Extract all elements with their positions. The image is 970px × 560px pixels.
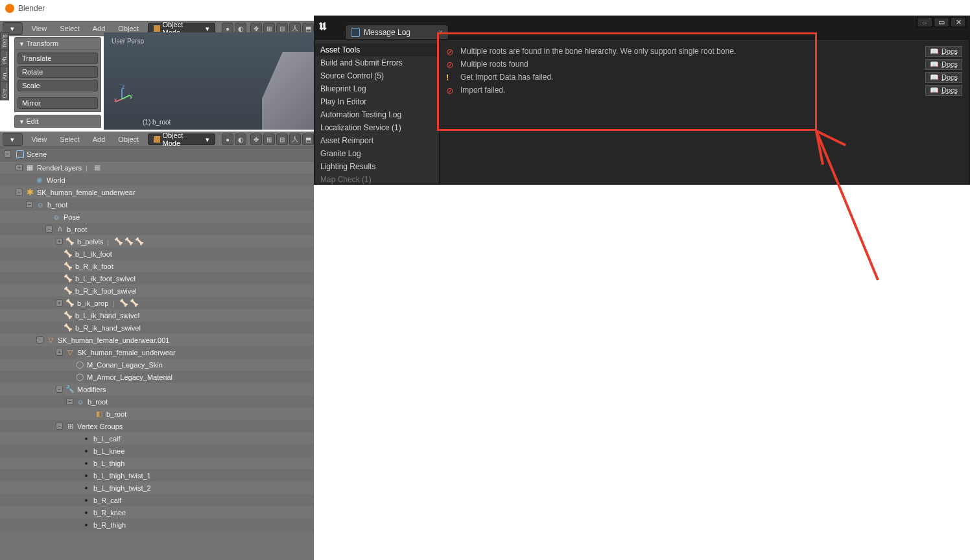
item-sk[interactable]: SK_human_female_underwear — [37, 189, 136, 196]
tab-anim[interactable]: An... — [0, 66, 9, 82]
item-broot[interactable]: b_root — [47, 201, 67, 209]
menu-view[interactable]: View — [25, 25, 54, 32]
tog-renderlayers[interactable]: + — [16, 164, 23, 171]
cat-granite[interactable]: Granite Log — [315, 147, 439, 160]
cat-reimport[interactable]: Asset Reimport — [315, 134, 439, 147]
item-r-ik-foot-sw[interactable]: b_R_ik_foot_swivel — [75, 287, 137, 295]
tog-ikprop[interactable]: + — [56, 299, 63, 307]
translate-button[interactable]: Translate — [18, 52, 98, 64]
ov-2c[interactable]: ⊟ — [276, 134, 288, 145]
log-row-2[interactable]: ! Get Import Data has failed. 📖Docs — [446, 71, 962, 84]
bone-ext3-icon[interactable]: 🦴 — [135, 237, 144, 246]
tog-broot[interactable]: − — [26, 201, 33, 208]
item-skmesh[interactable]: SK_human_female_underwear — [77, 349, 176, 356]
item-renderlayers[interactable]: RenderLayers — [37, 164, 82, 172]
rotate-button[interactable]: Rotate — [18, 66, 98, 78]
docs-button-0[interactable]: 📖Docs — [925, 46, 962, 57]
tog-mods[interactable]: − — [56, 386, 63, 393]
menu-select[interactable]: Select — [53, 25, 86, 32]
item-mod-broot2[interactable]: b_root — [106, 410, 126, 418]
item-r-ik-foot[interactable]: b_R_ik_foot — [75, 262, 113, 270]
item-l-ik-hand-sw[interactable]: b_L_ik_hand_swivel — [75, 312, 139, 320]
tab-close-icon[interactable]: × — [438, 28, 443, 37]
vg-6[interactable]: b_R_knee — [93, 509, 126, 517]
cat-source-control[interactable]: Source Control (5) — [315, 69, 439, 82]
cat-asset-tools[interactable]: Asset Tools — [315, 43, 439, 56]
cat-lighting[interactable]: Lighting Results — [315, 160, 439, 173]
cat-pie[interactable]: Play In Editor — [315, 95, 439, 108]
vg-1[interactable]: b_L_knee — [93, 447, 124, 455]
mirror-button[interactable]: Mirror — [18, 97, 98, 109]
tab-tools[interactable]: Tools — [0, 32, 9, 50]
tog-broot2[interactable]: − — [45, 226, 53, 233]
menu-add-2[interactable]: Add — [86, 135, 112, 143]
editor-type-button-2[interactable]: ▾ — [3, 133, 23, 146]
item-vg[interactable]: Vertex Groups — [77, 423, 123, 430]
vg-4[interactable]: b_L_thigh_twist_2 — [93, 484, 151, 492]
menu-view-2[interactable]: View — [25, 135, 54, 143]
docs-button-3[interactable]: 📖Docs — [925, 85, 962, 96]
close-button[interactable]: ✕ — [951, 17, 966, 27]
bone-ext2-icon[interactable]: 🦴 — [124, 237, 134, 246]
log-row-1[interactable]: ⊘ Multiple roots found 📖Docs — [446, 58, 962, 71]
tog-modroot[interactable]: − — [66, 398, 73, 405]
item-mat2[interactable]: M_Armor_Legacy_Material — [87, 373, 172, 381]
item-ikprop[interactable]: b_ik_prop — [77, 299, 108, 307]
item-l-ik-foot[interactable]: b_L_ik_foot — [75, 250, 112, 258]
ov-2d[interactable]: 人 — [289, 134, 301, 145]
cat-blueprint-log[interactable]: Blueprint Log — [315, 82, 439, 95]
bone-ext1-icon[interactable]: 🦴 — [114, 237, 123, 246]
bone-p1-icon[interactable]: 🦴 — [119, 299, 128, 308]
menu-select-2[interactable]: Select — [53, 135, 86, 143]
tab-grease[interactable]: Gre... — [0, 82, 9, 100]
vg-0[interactable]: b_L_calf — [93, 435, 121, 443]
item-mod-broot[interactable]: b_root — [88, 398, 108, 406]
scene-label[interactable]: Scene — [27, 150, 47, 158]
layers-sub-icon[interactable]: ▦ — [93, 163, 102, 172]
maximize-button[interactable]: ▭ — [934, 17, 949, 27]
item-sk001[interactable]: SK_human_female_underwear.001 — [58, 336, 169, 344]
item-l-ik-foot-sw[interactable]: b_L_ik_foot_swivel — [75, 275, 136, 283]
collapse-scene[interactable]: − — [4, 150, 11, 158]
item-mat1[interactable]: M_Conan_Legacy_Skin — [87, 361, 163, 369]
minimize-button[interactable]: – — [917, 17, 932, 27]
panel-edit-header[interactable]: Edit — [14, 115, 101, 128]
ov-2e[interactable]: ⬒ — [302, 134, 314, 145]
tab-phys[interactable]: Ph... — [0, 50, 9, 66]
menu-object[interactable]: Object — [112, 25, 145, 32]
docs-button-1[interactable]: 📖Docs — [925, 59, 962, 70]
menu-object-2[interactable]: Object — [112, 135, 145, 143]
item-r-ik-hand-sw[interactable]: b_R_ik_hand_swivel — [75, 324, 141, 332]
item-broot2[interactable]: b_root — [67, 226, 87, 233]
item-world[interactable]: World — [47, 176, 65, 184]
tog-pelvis[interactable]: + — [56, 238, 63, 245]
item-modifiers[interactable]: Modifiers — [77, 386, 106, 393]
ov-2b[interactable]: ⊞ — [263, 134, 275, 145]
shade-btn-2a[interactable]: ● — [222, 134, 233, 145]
3d-viewport[interactable]: User Persp zyx (1) b_root — [104, 32, 314, 130]
log-row-0[interactable]: ⊘ Multiple roots are found in the bone h… — [446, 45, 962, 58]
cat-mapcheck[interactable]: Map Check (1) — [315, 173, 439, 186]
cat-automation[interactable]: Automation Testing Log — [315, 108, 439, 121]
ov-2a[interactable]: ✥ — [250, 134, 262, 145]
docs-button-2[interactable]: 📖Docs — [925, 72, 962, 83]
shade-btn-2b[interactable]: ◐ — [235, 134, 246, 145]
item-pose[interactable]: Pose — [64, 213, 80, 221]
item-pelvis[interactable]: b_pelvis — [77, 238, 103, 246]
vg-3[interactable]: b_L_thigh_twist_1 — [93, 472, 151, 480]
bone-p2-icon[interactable]: 🦴 — [130, 299, 139, 308]
vg-2[interactable]: b_L_thigh — [93, 460, 124, 467]
message-log-tab[interactable]: Message Log × — [345, 25, 449, 39]
mode-dropdown-2[interactable]: Object Mode▾ — [148, 134, 215, 145]
cat-build-errors[interactable]: Build and Submit Errors — [315, 56, 439, 69]
vg-7[interactable]: b_R_thigh — [93, 521, 126, 529]
tog-skmesh[interactable]: + — [56, 349, 63, 356]
scale-button[interactable]: Scale — [18, 80, 98, 91]
log-row-3[interactable]: ⊘ Import failed. 📖Docs — [446, 84, 962, 97]
menu-add[interactable]: Add — [86, 25, 112, 32]
vg-5[interactable]: b_R_calf — [93, 496, 121, 504]
panel-transform-header[interactable]: Transform — [14, 37, 101, 50]
tog-sk[interactable]: − — [16, 189, 23, 196]
tog-sk001[interactable]: − — [36, 336, 43, 344]
cat-localization[interactable]: Localization Service (1) — [315, 121, 439, 134]
